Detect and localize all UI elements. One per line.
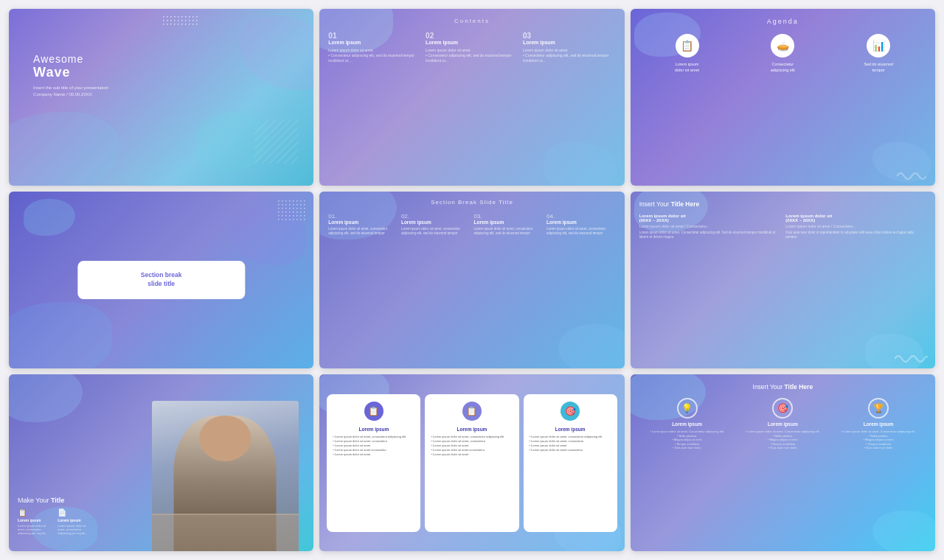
icon-text: Lorem ipsum dolor sitamet, consecteturad…: [58, 524, 87, 536]
slide-7-content: Make Your Title 📋 Lorem ipsum Lorem ipsu…: [9, 374, 313, 551]
box-title: Section break slide title: [89, 271, 233, 289]
icon-circle: 📊: [867, 34, 890, 57]
card-heading: Lorem ipsum: [555, 427, 586, 432]
icon-col-1: 💡 Lorem ipsum • Lorem ipsum dolor sit am…: [639, 398, 735, 450]
col-heading: Lorem ipsum: [546, 220, 616, 225]
slide-grid: Awesome Wave Insert the sub title of you…: [0, 0, 944, 560]
slide-8[interactable]: 📋 Lorem ipsum • Lorem ipsum dolor sit am…: [319, 374, 624, 551]
icon-circle: 🏆: [868, 398, 889, 419]
slide-1-content: Awesome Wave Insert the sub title of you…: [33, 53, 108, 98]
card-bullets: • Lorem ipsum dolor sit amet, consectetu…: [431, 435, 513, 457]
slide-1-title-thin: Awesome: [33, 53, 108, 65]
slide-5-title: Section Break Slide Title: [328, 199, 615, 206]
col-text: Duis aute ireur dolor in reprehenderit i…: [785, 231, 926, 240]
col-text: Lorem ipsum dolor sit amet. Consectetur …: [639, 231, 780, 240]
icon-circle: 🥧: [771, 34, 794, 57]
slide-3-icons: 📋 Lorem ipsumdolor sit amet 🥧 Consectetu…: [639, 34, 926, 73]
section-break-box: Section break slide title: [77, 261, 245, 299]
icon-label: Lorem ipsum: [18, 518, 47, 522]
card-bullets: • Lorem ipsum dolor sit amet, consectetu…: [530, 435, 611, 452]
icon-item-1: 📋 Lorem ipsumdolor sit amet: [639, 34, 735, 73]
blob-deco: [9, 112, 119, 186]
col-heading: Lorem ipsum: [473, 220, 543, 225]
icon-heading: Lorem ipsum: [864, 421, 894, 427]
card-heading: Lorem ipsum: [358, 427, 389, 432]
icon-circle: 📋: [676, 34, 699, 57]
svg-line-5: [291, 156, 299, 164]
col-heading: Lorem ipsum: [523, 40, 616, 45]
slide-6-right-col: Lorem ipsum dolor sit(00XX – 20XX) Lorem…: [785, 214, 926, 240]
col-text: Lorem ipsum dolor sit amet, consectetur …: [473, 227, 543, 237]
slide-6-title: Insert Your Title Here: [639, 200, 926, 208]
wave-deco: [897, 169, 926, 180]
icon-text: • Lorem ipsum dolor sit amet. Consectetu…: [746, 430, 820, 450]
col-text: Lorem ipsum dolor sit amet, consectetur …: [401, 227, 471, 237]
slide-9-title: Insert Your Title Here: [639, 383, 926, 391]
icon-label: Lorem ipsum: [58, 518, 87, 522]
col-num: 01: [328, 32, 421, 40]
icon-heading: Lorem ipsum: [672, 421, 702, 427]
svg-line-7: [254, 119, 284, 149]
slide-9[interactable]: Insert Your Title Here 💡 Lorem ipsum • L…: [631, 374, 935, 551]
icon-sym: 📄: [58, 508, 87, 517]
slide-1[interactable]: Awesome Wave Insert the sub title of you…: [9, 9, 313, 186]
col-num: 02.: [401, 213, 471, 220]
card-2: 📋 Lorem ipsum • Lorem ipsum dolor sit am…: [425, 394, 518, 532]
slide-2-content: Contents 01 Lorem ipsum Lorem ipsum dolo…: [319, 9, 624, 186]
icon-heading: Lorem ipsum: [768, 421, 798, 427]
slide-5[interactable]: Section Break Slide Title 01. Lorem ipsu…: [319, 192, 624, 368]
blob-deco: [24, 199, 75, 236]
col-heading: Lorem ipsum: [328, 220, 398, 225]
slide-5-cols: 01. Lorem ipsum Lorem ipsum dolor sit am…: [328, 213, 615, 237]
lines-deco: [254, 119, 299, 164]
slide-6[interactable]: Insert Your Title Here Lorem ipsum dolor…: [631, 192, 935, 368]
col-text: Lorem ipsum dolor sit amet.• Consectetur…: [523, 48, 616, 63]
blob-deco: [9, 302, 112, 368]
icon-circle: 💡: [677, 398, 698, 419]
slide-2-title: Contents: [328, 18, 615, 24]
col-num: 04.: [546, 213, 616, 220]
col-num: 01.: [328, 213, 398, 220]
icon-col-3: 🏆 Lorem ipsum • Lorem ipsum dolor sit am…: [830, 398, 926, 450]
icon-item-1: 📋 Lorem ipsum Lorem ipsum dolor sitamet,…: [18, 508, 47, 536]
slide-4[interactable]: Section break slide title: [9, 192, 313, 368]
blob-deco: [240, 16, 313, 90]
card-icon-1: 📋: [364, 402, 384, 421]
icon-text: • Lorem ipsum dolor sit amet. Consectetu…: [841, 430, 916, 450]
slide-3[interactable]: Agenda 📋 Lorem ipsumdolor sit amet 🥧 Con…: [631, 9, 935, 186]
slide-3-title: Agenda: [639, 18, 926, 25]
svg-line-6: [254, 119, 291, 156]
col-heading: Lorem ipsum: [401, 220, 471, 225]
slide-8-content: 📋 Lorem ipsum • Lorem ipsum dolor sit am…: [319, 374, 624, 551]
slide-6-left-col: Lorem ipsum dolor sit(00XX – 20XX) Lorem…: [639, 214, 780, 240]
col-heading: Lorem ipsum: [328, 40, 421, 45]
icon-text: Lorem ipsum dolor sitamet, consecteturad…: [18, 524, 47, 536]
slide-2-col-2: 02 Lorem ipsum Lorem ipsum dolor sit ame…: [426, 32, 518, 63]
icon-sym: 📋: [18, 508, 47, 517]
col-sub: Lorem ipsum dolor sit amet / Consectetur…: [785, 224, 926, 228]
card-heading: Lorem ipsum: [457, 427, 487, 432]
slide-7-icons: 📋 Lorem ipsum Lorem ipsum dolor sitamet,…: [18, 508, 305, 536]
card-icon-3: 🎯: [560, 402, 580, 421]
card-icon-2: 📋: [462, 402, 482, 421]
slide-6-content: Insert Your Title Here Lorem ipsum dolor…: [631, 192, 935, 368]
icon-item-2: 📄 Lorem ipsum Lorem ipsum dolor sitamet,…: [58, 508, 87, 536]
icon-circle: 🎯: [772, 398, 793, 419]
icon-item-2: 🥧 Consecteturadipiscing elit: [735, 34, 830, 73]
dotted-pattern: [162, 15, 198, 26]
slide-5-col-2: 02. Lorem ipsum Lorem ipsum dolor sit am…: [401, 213, 471, 237]
icon-label: Sed do eiusmodtempor: [864, 62, 893, 73]
slide-7-title: Make Your Title: [18, 497, 305, 504]
col-num: 02: [426, 32, 518, 40]
svg-line-4: [284, 149, 299, 164]
col-text: Lorem ipsum dolor sit amet, consectetur …: [328, 227, 398, 237]
icon-label: Consecteturadipiscing elit: [771, 62, 795, 73]
slide-7[interactable]: Make Your Title 📋 Lorem ipsum Lorem ipsu…: [9, 374, 313, 551]
slide-5-col-1: 01. Lorem ipsum Lorem ipsum dolor sit am…: [328, 213, 398, 237]
slide-2-col-3: 03 Lorem ipsum Lorem ipsum dolor sit ame…: [523, 32, 616, 63]
icon-text: • Lorem ipsum dolor sit amet. Consectetu…: [650, 430, 724, 450]
col-num: 03.: [473, 213, 543, 220]
slide-2[interactable]: Contents 01 Lorem ipsum Lorem ipsum dolo…: [319, 9, 624, 186]
col-sub: Lorem ipsum dolor sit amet / Consectetur…: [639, 224, 780, 228]
col-heading: Lorem ipsum: [426, 40, 518, 45]
